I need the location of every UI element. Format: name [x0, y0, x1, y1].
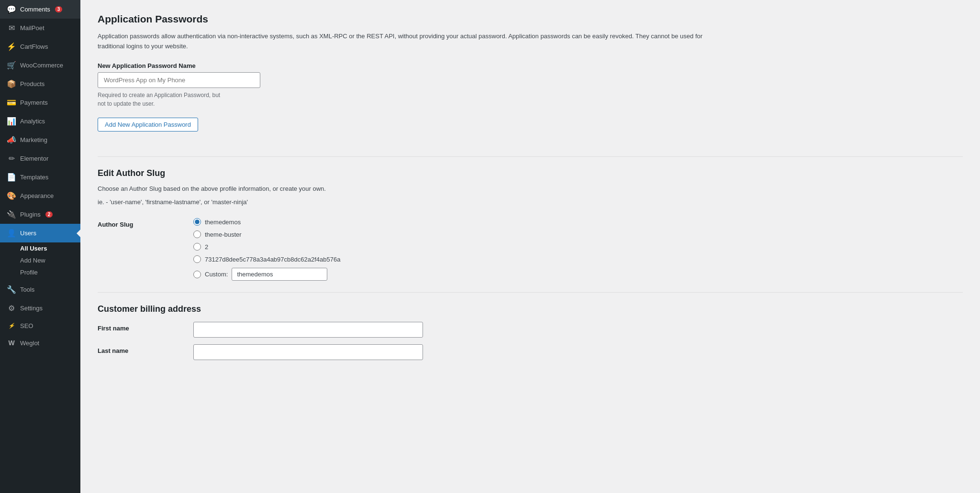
marketing-icon: 📣: [7, 135, 16, 144]
users-icon: 👤: [7, 229, 16, 238]
author-slug-option-2[interactable]: 2: [193, 243, 963, 251]
cartflows-icon: ⚡: [7, 42, 16, 51]
sidebar-item-label: Marketing: [20, 136, 47, 143]
sidebar-item-settings[interactable]: ⚙ Settings: [0, 299, 80, 318]
sidebar-item-marketing[interactable]: 📣 Marketing: [0, 131, 80, 149]
sidebar-item-appearance[interactable]: 🎨 Appearance: [0, 186, 80, 205]
billing-divider: [98, 292, 963, 293]
sidebar-sub-profile[interactable]: Profile: [20, 266, 80, 278]
comments-badge: 3: [55, 6, 63, 12]
edit-author-slug-title: Edit Author Slug: [98, 168, 963, 178]
sidebar-item-label: Appearance: [20, 192, 54, 199]
last-name-input[interactable]: [193, 344, 423, 360]
author-slug-label: Author Slug: [98, 218, 193, 228]
comments-icon: 💬: [7, 5, 16, 14]
sidebar-item-label: Plugins: [20, 211, 41, 218]
edit-author-slug-desc2: ie. - 'user-name', 'firstname-lastname',…: [98, 197, 963, 208]
first-name-row: First name: [98, 322, 963, 338]
active-arrow: [77, 230, 80, 237]
page-title: Application Passwords: [98, 13, 963, 25]
sidebar-item-plugins[interactable]: 🔌 Plugins 2: [0, 205, 80, 224]
sidebar-item-label: Templates: [20, 174, 48, 181]
author-slug-option-theme-buster[interactable]: theme-buster: [193, 230, 963, 238]
woocommerce-icon: 🛒: [7, 61, 16, 70]
app-passwords-description: Application passwords allow authenticati…: [98, 32, 720, 52]
sidebar-item-tools[interactable]: 🔧 Tools: [0, 280, 80, 299]
sidebar-sub-all-users[interactable]: All Users: [20, 242, 80, 254]
sidebar-item-label: Analytics: [20, 118, 45, 125]
author-slug-option-2-label: 2: [205, 243, 208, 251]
author-slug-option-custom[interactable]: Custom:: [193, 268, 963, 281]
first-name-label: First name: [98, 322, 193, 332]
author-slug-radio-themedemos[interactable]: [193, 218, 201, 226]
billing-title: Customer billing address: [98, 304, 963, 314]
elementor-icon: ✏: [7, 154, 16, 163]
sidebar-item-label: Payments: [20, 99, 48, 106]
sidebar-item-label: Tools: [20, 286, 34, 293]
sidebar-item-comments[interactable]: 💬 Comments 3: [0, 0, 80, 19]
author-slug-option-theme-buster-label: theme-buster: [205, 231, 242, 238]
tools-icon: 🔧: [7, 285, 16, 294]
sidebar-item-mailpoet[interactable]: ✉ MailPoet: [0, 19, 80, 37]
author-slug-row: Author Slug themedemos theme-buster 2 73…: [98, 218, 963, 281]
sidebar-item-templates[interactable]: 📄 Templates: [0, 168, 80, 186]
users-submenu: All Users Add New Profile: [0, 242, 80, 280]
author-slug-option-hash-label: 73127d8dee5c778a3a4ab97cb8dc62a2f4ab576a: [205, 256, 340, 263]
section-divider: [98, 156, 963, 157]
author-slug-custom-label: Custom:: [205, 271, 228, 278]
new-password-field: New Application Password Name Required t…: [98, 62, 963, 108]
author-slug-option-hash[interactable]: 73127d8dee5c778a3a4ab97cb8dc62a2f4ab576a: [193, 255, 963, 263]
sidebar-item-payments[interactable]: 💳 Payments: [0, 93, 80, 112]
sidebar-item-label: Elementor: [20, 155, 48, 162]
sidebar-item-label: WooCommerce: [20, 62, 63, 69]
mailpoet-icon: ✉: [7, 23, 16, 33]
analytics-icon: 📊: [7, 117, 16, 126]
templates-icon: 📄: [7, 173, 16, 182]
last-name-row: Last name: [98, 344, 963, 360]
new-password-helper: Required to create an Application Passwo…: [98, 91, 963, 108]
author-slug-radio-hash[interactable]: [193, 255, 201, 263]
first-name-input[interactable]: [193, 322, 423, 338]
main-content: Application Passwords Application passwo…: [80, 0, 980, 493]
sidebar-item-label: Users: [20, 230, 36, 237]
add-new-application-password-button[interactable]: Add New Application Password: [98, 118, 198, 131]
sidebar-item-products[interactable]: 📦 Products: [0, 75, 80, 93]
sidebar-item-label: Settings: [20, 305, 43, 312]
sidebar-item-label: Products: [20, 80, 45, 88]
products-icon: 📦: [7, 79, 16, 88]
seo-icon: ⚡: [7, 323, 16, 329]
payments-icon: 💳: [7, 98, 16, 107]
sidebar-item-seo[interactable]: ⚡ SEO: [0, 318, 80, 334]
sidebar-item-label: CartFlows: [20, 43, 48, 50]
author-slug-option-themedemos-label: themedemos: [205, 219, 241, 226]
author-slug-options: themedemos theme-buster 2 73127d8dee5c77…: [193, 218, 963, 281]
weglot-icon: W: [7, 339, 16, 347]
sidebar-sub-add-new[interactable]: Add New: [20, 254, 80, 266]
sidebar-item-elementor[interactable]: ✏ Elementor: [0, 149, 80, 168]
sidebar-item-weglot[interactable]: W Weglot: [0, 334, 80, 351]
author-slug-custom-input[interactable]: [232, 268, 327, 281]
sidebar-item-label: SEO: [20, 322, 33, 329]
sidebar-item-woocommerce[interactable]: 🛒 WooCommerce: [0, 56, 80, 75]
sidebar-item-label: Weglot: [20, 340, 39, 347]
author-slug-radio-theme-buster[interactable]: [193, 230, 201, 238]
plugins-icon: 🔌: [7, 210, 16, 219]
appearance-icon: 🎨: [7, 191, 16, 200]
edit-author-slug-desc1: Choose an Author Slug based on the above…: [98, 184, 963, 194]
sidebar-item-label: Comments: [20, 6, 50, 13]
last-name-label: Last name: [98, 344, 193, 354]
plugins-badge: 2: [45, 211, 53, 218]
new-password-label: New Application Password Name: [98, 62, 963, 69]
sidebar-item-analytics[interactable]: 📊 Analytics: [0, 112, 80, 131]
author-slug-radio-custom[interactable]: [193, 271, 201, 278]
new-password-input[interactable]: [98, 72, 260, 88]
author-slug-radio-2[interactable]: [193, 243, 201, 251]
sidebar-item-cartflows[interactable]: ⚡ CartFlows: [0, 37, 80, 56]
sidebar-item-users[interactable]: 👤 Users: [0, 224, 80, 242]
author-slug-option-themedemos[interactable]: themedemos: [193, 218, 963, 226]
settings-icon: ⚙: [7, 304, 16, 313]
sidebar-item-label: MailPoet: [20, 24, 45, 32]
sidebar: 💬 Comments 3 ✉ MailPoet ⚡ CartFlows 🛒 Wo…: [0, 0, 80, 493]
